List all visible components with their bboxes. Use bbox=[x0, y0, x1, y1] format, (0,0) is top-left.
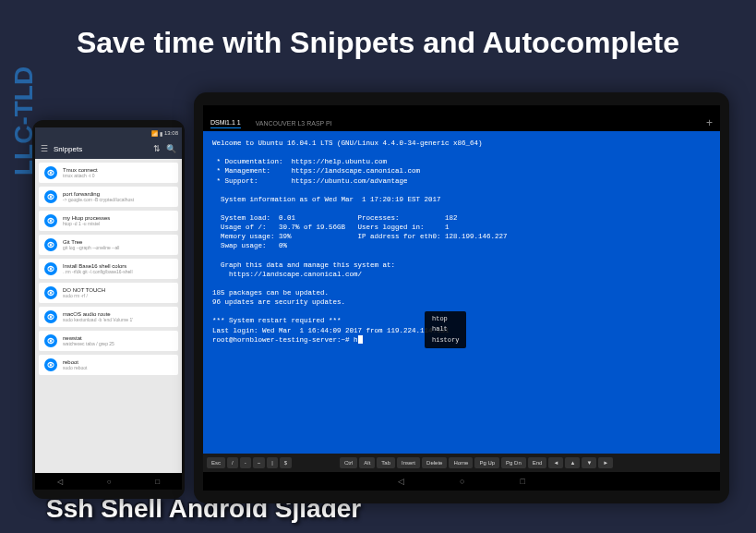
add-tab-button[interactable]: + bbox=[706, 116, 713, 129]
snippet-card[interactable]: ⦿Install Base16 shell colors..rm -rfdk g… bbox=[39, 259, 178, 279]
page-headline: Save time with Snippets and Autocomplete bbox=[46, 26, 710, 60]
signal-icon: ▮ bbox=[160, 130, 162, 137]
snippet-subtitle: sudo rm -rf / bbox=[63, 293, 173, 298]
extra-key[interactable]: ▲ bbox=[565, 457, 580, 468]
recent-button[interactable]: □ bbox=[155, 478, 160, 486]
extra-key[interactable]: Ctrl bbox=[340, 457, 357, 468]
extra-key[interactable]: ~ bbox=[253, 457, 266, 468]
extra-key[interactable]: Tab bbox=[377, 457, 395, 468]
extra-key[interactable]: Alt bbox=[359, 457, 375, 468]
snippet-card[interactable]: ⦿DO NOT TOUCHsudo rm -rf / bbox=[39, 283, 178, 303]
extra-key[interactable]: $ bbox=[280, 457, 292, 468]
extra-key[interactable]: Delete bbox=[422, 457, 447, 468]
terminal-tabs: DSMi1.1 1VANCOUVER L3 RASP PI+ bbox=[203, 115, 720, 131]
snippet-icon: ⦿ bbox=[44, 262, 57, 275]
terminal-tab[interactable]: VANCOUVER L3 RASP PI bbox=[256, 118, 332, 128]
snippet-card[interactable]: ⦿rebootsudo reboot bbox=[39, 355, 178, 375]
extra-key[interactable]: ◄ bbox=[548, 457, 563, 468]
phone-nav-bar: ◁ ○ □ bbox=[35, 473, 182, 490]
extra-key[interactable]: Pg Dn bbox=[501, 457, 526, 468]
phone-header-title: Snippets bbox=[54, 145, 148, 153]
snippet-subtitle: tmux attach -t 0 bbox=[63, 173, 173, 178]
snippet-icon: ⦿ bbox=[44, 310, 57, 323]
phone-screen: 📶 ▮ 13:08 ☰ Snippets ⇅ 🔍 ⦿Tmux connecttm… bbox=[35, 127, 182, 490]
terminal-output[interactable]: Welcome to Ubuntu 16.04.1 LTS (GNU/Linux… bbox=[203, 131, 720, 454]
autocomplete-option[interactable]: history bbox=[425, 335, 466, 345]
autocomplete-popup[interactable]: htophalthistory bbox=[425, 311, 466, 348]
extra-keys-row: Esc/-~|$CtrlAltTabInsertDeleteHomePg UpP… bbox=[203, 454, 720, 472]
extra-key[interactable]: ▼ bbox=[582, 457, 596, 468]
extra-key[interactable]: | bbox=[267, 457, 278, 468]
home-button[interactable]: ○ bbox=[107, 478, 112, 486]
snippet-icon: ⦿ bbox=[44, 334, 57, 347]
snippet-icon: ⦿ bbox=[44, 190, 57, 203]
snippet-subtitle: ..rm -rfdk git -/.config/base16-shell bbox=[63, 269, 173, 274]
wifi-icon: 📶 bbox=[151, 130, 158, 137]
extra-key[interactable]: Pg Up bbox=[474, 457, 499, 468]
snippet-card[interactable]: ⦿macOS audio routesudo kextunload -b 'en… bbox=[39, 307, 178, 327]
home-button[interactable]: ○ bbox=[460, 477, 464, 486]
cursor bbox=[358, 335, 363, 344]
snippet-subtitle: watchexec taba / grep 25 bbox=[63, 341, 173, 346]
snippet-subtitle: -> google.com -B crypted/localhost bbox=[63, 197, 173, 202]
extra-key[interactable]: Esc bbox=[207, 457, 225, 468]
snippet-subtitle: sudo reboot bbox=[63, 365, 173, 370]
extra-key[interactable]: Home bbox=[449, 457, 473, 468]
snippet-card[interactable]: ⦿Tmux connecttmux attach -t 0 bbox=[39, 163, 178, 183]
menu-icon[interactable]: ☰ bbox=[41, 144, 48, 153]
extra-key[interactable]: End bbox=[528, 457, 547, 468]
autocomplete-option[interactable]: halt bbox=[425, 324, 466, 334]
extra-key[interactable]: Insert bbox=[397, 457, 420, 468]
tablet-nav-bar: ◁ ○ □ bbox=[203, 472, 720, 491]
phone-app-header: ☰ Snippets ⇅ 🔍 bbox=[35, 139, 182, 159]
snippet-icon: ⦿ bbox=[44, 358, 57, 371]
snippet-icon: ⦿ bbox=[44, 286, 57, 299]
back-button[interactable]: ◁ bbox=[398, 477, 404, 486]
sort-icon[interactable]: ⇅ bbox=[153, 144, 161, 153]
tablet-status-bar bbox=[203, 105, 720, 115]
snippet-subtitle: git log --graph --oneline --all bbox=[63, 245, 173, 250]
snippet-subtitle: sudo kextunload -b 'end Volume 1' bbox=[63, 317, 173, 322]
extra-key[interactable]: / bbox=[227, 457, 238, 468]
snippet-icon: ⦿ bbox=[44, 214, 57, 227]
snippet-icon: ⦿ bbox=[44, 166, 57, 179]
extra-key[interactable]: ► bbox=[598, 457, 613, 468]
snippet-card[interactable]: ⦿Git Treegit log --graph --oneline --all bbox=[39, 235, 178, 255]
snippet-subtitle: htop -d 1 -u mistel bbox=[63, 221, 173, 226]
snippet-card[interactable]: ⦿port forwarding-> google.com -B crypted… bbox=[39, 187, 178, 207]
snippets-list[interactable]: ⦿Tmux connecttmux attach -t 0⦿port forwa… bbox=[35, 159, 182, 473]
phone-status-bar: 📶 ▮ 13:08 bbox=[35, 127, 182, 139]
snippet-card[interactable]: ⦿newstatwatchexec taba / grep 25 bbox=[39, 331, 178, 351]
autocomplete-option[interactable]: htop bbox=[425, 314, 466, 324]
search-icon[interactable]: 🔍 bbox=[166, 144, 176, 153]
back-button[interactable]: ◁ bbox=[57, 478, 63, 486]
tablet-device-frame: DSMi1.1 1VANCOUVER L3 RASP PI+ Welcome t… bbox=[194, 92, 729, 503]
status-time: 13:08 bbox=[164, 130, 178, 136]
phone-device-frame: 📶 ▮ 13:08 ☰ Snippets ⇅ 🔍 ⦿Tmux connecttm… bbox=[32, 120, 185, 499]
snippet-card[interactable]: ⦿my Htop processeshtop -d 1 -u mistel bbox=[39, 211, 178, 231]
extra-key[interactable]: - bbox=[240, 457, 251, 468]
snippet-icon: ⦿ bbox=[44, 238, 57, 251]
recent-button[interactable]: □ bbox=[521, 477, 525, 486]
terminal-tab[interactable]: DSMi1.1 1 bbox=[210, 117, 241, 128]
tablet-screen: DSMi1.1 1VANCOUVER L3 RASP PI+ Welcome t… bbox=[203, 105, 720, 491]
